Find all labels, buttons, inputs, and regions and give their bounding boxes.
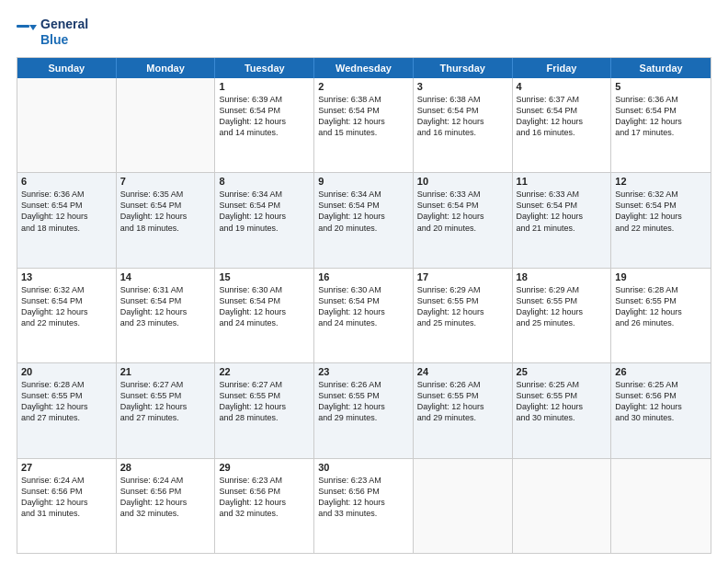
- cell-line: Sunrise: 6:27 AM: [120, 379, 211, 390]
- cell-line: Sunset: 6:54 PM: [120, 200, 211, 211]
- cell-line: Sunset: 6:54 PM: [219, 200, 310, 211]
- cell-line: and 15 minutes.: [318, 127, 409, 138]
- cell-line: Sunrise: 6:36 AM: [615, 94, 707, 105]
- cal-cell-3-4: 24Sunrise: 6:26 AMSunset: 6:55 PMDayligh…: [414, 363, 513, 457]
- cal-cell-4-6: [611, 459, 711, 553]
- header-day-wednesday: Wednesday: [314, 58, 414, 78]
- cal-cell-0-1: [117, 78, 216, 172]
- logo-blue: Blue: [40, 32, 88, 48]
- cal-cell-2-5: 18Sunrise: 6:29 AMSunset: 6:55 PMDayligh…: [513, 269, 612, 362]
- day-num-20: 20: [21, 366, 112, 377]
- cell-line: Sunrise: 6:39 AM: [219, 94, 310, 105]
- cell-line: and 20 minutes.: [417, 223, 508, 234]
- calendar-body: 1Sunrise: 6:39 AMSunset: 6:54 PMDaylight…: [17, 78, 711, 553]
- cell-line: Sunrise: 6:24 AM: [21, 475, 112, 486]
- cal-cell-3-0: 20Sunrise: 6:28 AMSunset: 6:55 PMDayligh…: [17, 363, 117, 457]
- cell-line: Daylight: 12 hours: [318, 401, 409, 412]
- day-num-8: 8: [219, 176, 310, 187]
- cell-line: Sunrise: 6:38 AM: [417, 94, 508, 105]
- cell-line: and 22 minutes.: [615, 223, 707, 234]
- header-day-monday: Monday: [117, 58, 216, 78]
- cal-cell-3-2: 22Sunrise: 6:27 AMSunset: 6:55 PMDayligh…: [215, 363, 314, 457]
- cal-cell-1-0: 6Sunrise: 6:36 AMSunset: 6:54 PMDaylight…: [17, 173, 117, 267]
- cell-line: Daylight: 12 hours: [21, 306, 112, 317]
- day-num-14: 14: [120, 271, 211, 282]
- cal-row-1: 6Sunrise: 6:36 AMSunset: 6:54 PMDaylight…: [17, 172, 711, 267]
- day-num-23: 23: [318, 366, 409, 377]
- cell-line: and 29 minutes.: [318, 412, 409, 423]
- cal-row-0: 1Sunrise: 6:39 AMSunset: 6:54 PMDaylight…: [17, 78, 711, 172]
- day-num-3: 3: [417, 81, 508, 92]
- logo-svg: [17, 22, 37, 42]
- cell-line: Sunrise: 6:32 AM: [21, 284, 112, 295]
- cell-line: Daylight: 12 hours: [318, 306, 409, 317]
- cal-cell-1-6: 12Sunrise: 6:32 AMSunset: 6:54 PMDayligh…: [611, 173, 711, 267]
- cell-line: and 25 minutes.: [417, 317, 508, 328]
- header-day-friday: Friday: [513, 58, 612, 78]
- day-num-30: 30: [318, 462, 409, 473]
- cell-line: Daylight: 12 hours: [517, 116, 608, 127]
- cal-cell-1-1: 7Sunrise: 6:35 AMSunset: 6:54 PMDaylight…: [117, 173, 216, 267]
- cell-line: and 20 minutes.: [318, 223, 409, 234]
- day-num-26: 26: [615, 366, 707, 377]
- cell-line: and 19 minutes.: [219, 223, 310, 234]
- svg-rect-1: [17, 25, 29, 28]
- cell-line: Daylight: 12 hours: [219, 211, 310, 222]
- cell-line: Daylight: 12 hours: [615, 401, 707, 412]
- cell-line: Sunrise: 6:26 AM: [318, 379, 409, 390]
- calendar: SundayMondayTuesdayWednesdayThursdayFrid…: [17, 57, 711, 554]
- cell-line: Sunset: 6:54 PM: [615, 105, 707, 116]
- cal-cell-1-5: 11Sunrise: 6:33 AMSunset: 6:54 PMDayligh…: [513, 173, 612, 267]
- cell-line: Sunrise: 6:36 AM: [21, 189, 112, 200]
- cell-line: and 18 minutes.: [120, 223, 211, 234]
- cell-line: Sunset: 6:54 PM: [615, 200, 707, 211]
- cell-line: Sunrise: 6:32 AM: [615, 189, 707, 200]
- cal-row-2: 13Sunrise: 6:32 AMSunset: 6:54 PMDayligh…: [17, 268, 711, 362]
- cell-line: Sunrise: 6:25 AM: [615, 379, 707, 390]
- cell-line: Daylight: 12 hours: [120, 401, 211, 412]
- cal-cell-0-3: 2Sunrise: 6:38 AMSunset: 6:54 PMDaylight…: [314, 78, 414, 172]
- cell-line: Daylight: 12 hours: [517, 401, 608, 412]
- cal-cell-4-0: 27Sunrise: 6:24 AMSunset: 6:56 PMDayligh…: [17, 459, 117, 553]
- cell-line: Sunset: 6:54 PM: [318, 295, 409, 306]
- day-num-6: 6: [21, 176, 112, 187]
- cal-cell-2-2: 15Sunrise: 6:30 AMSunset: 6:54 PMDayligh…: [215, 269, 314, 362]
- cal-cell-4-1: 28Sunrise: 6:24 AMSunset: 6:56 PMDayligh…: [117, 459, 216, 553]
- cell-line: Sunrise: 6:29 AM: [417, 284, 508, 295]
- cell-line: Daylight: 12 hours: [417, 116, 508, 127]
- cell-line: and 24 minutes.: [219, 317, 310, 328]
- cal-cell-4-5: [513, 459, 612, 553]
- cell-line: Sunset: 6:55 PM: [417, 295, 508, 306]
- day-num-16: 16: [318, 271, 409, 282]
- cell-line: Sunset: 6:54 PM: [417, 200, 508, 211]
- cell-line: Sunset: 6:54 PM: [21, 200, 112, 211]
- cal-cell-1-4: 10Sunrise: 6:33 AMSunset: 6:54 PMDayligh…: [414, 173, 513, 267]
- day-num-21: 21: [120, 366, 211, 377]
- day-num-1: 1: [219, 81, 310, 92]
- cell-line: Sunset: 6:55 PM: [219, 390, 310, 401]
- cell-line: Daylight: 12 hours: [219, 497, 310, 508]
- header-day-sunday: Sunday: [17, 58, 117, 78]
- cell-line: Sunrise: 6:30 AM: [219, 284, 310, 295]
- cal-cell-2-4: 17Sunrise: 6:29 AMSunset: 6:55 PMDayligh…: [414, 269, 513, 362]
- cell-line: Daylight: 12 hours: [219, 401, 310, 412]
- day-num-29: 29: [219, 462, 310, 473]
- cell-line: and 27 minutes.: [21, 412, 112, 423]
- cell-line: Sunrise: 6:23 AM: [318, 475, 409, 486]
- cell-line: and 24 minutes.: [318, 317, 409, 328]
- cell-line: Sunset: 6:54 PM: [517, 105, 608, 116]
- cell-line: Daylight: 12 hours: [417, 401, 508, 412]
- cal-cell-0-6: 5Sunrise: 6:36 AMSunset: 6:54 PMDaylight…: [611, 78, 711, 172]
- cell-line: Sunset: 6:54 PM: [417, 105, 508, 116]
- day-num-17: 17: [417, 271, 508, 282]
- cell-line: Sunrise: 6:34 AM: [219, 189, 310, 200]
- cell-line: Daylight: 12 hours: [517, 306, 608, 317]
- page: General Blue SundayMondayTuesdayWednesda…: [0, 0, 728, 563]
- cell-line: Sunrise: 6:28 AM: [615, 284, 707, 295]
- cell-line: Sunrise: 6:29 AM: [517, 284, 608, 295]
- cell-line: Sunrise: 6:38 AM: [318, 94, 409, 105]
- cal-cell-2-3: 16Sunrise: 6:30 AMSunset: 6:54 PMDayligh…: [314, 269, 414, 362]
- cell-line: and 32 minutes.: [120, 508, 211, 519]
- day-num-27: 27: [21, 462, 112, 473]
- cell-line: Daylight: 12 hours: [615, 116, 707, 127]
